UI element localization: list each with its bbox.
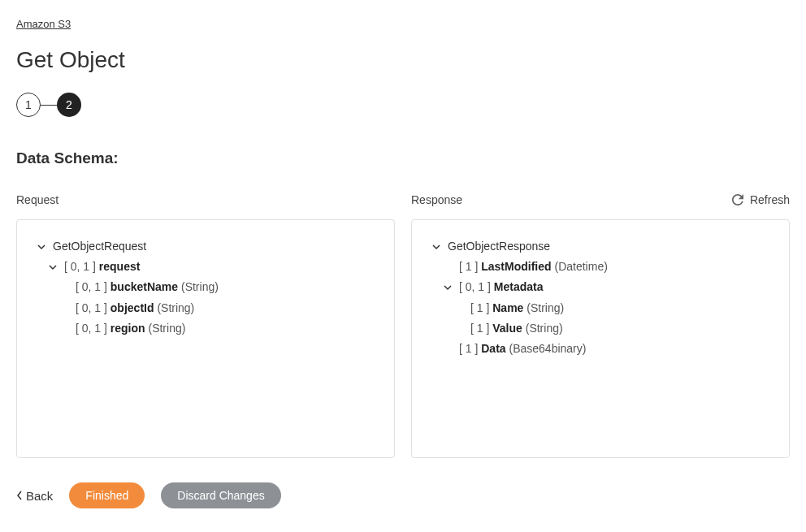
response-root: GetObjectResponse [448,236,550,257]
bucketname-field-type: (String) [181,280,219,293]
section-title: Data Schema: [16,149,790,167]
chevron-left-icon [16,489,23,503]
stepper: 1 2 [16,93,790,117]
discard-changes-button[interactable]: Discard Changes [161,482,280,508]
refresh-label: Refresh [750,193,790,206]
back-button[interactable]: Back [16,489,53,503]
mdvalue-cardinality: [ 1 ] [470,322,489,335]
mdname-cardinality: [ 1 ] [470,301,489,314]
mdvalue-field-type: (String) [526,322,563,335]
request-column: Request GetObjectRequest [ 0, 1 [16,192,395,458]
response-column: Response Refresh GetObjectResponse [411,192,790,458]
back-label: Back [26,489,53,503]
mdname-field-type: (String) [526,301,564,314]
mdname-field-name: Name [492,301,523,314]
step-connector [41,105,57,106]
chevron-down-icon[interactable] [431,242,441,252]
refresh-button[interactable]: Refresh [732,193,790,206]
lastmodified-cardinality: [ 1 ] [459,260,478,273]
finished-button[interactable]: Finished [69,482,145,508]
chevron-down-icon[interactable] [37,242,46,252]
objectid-cardinality: [ 0, 1 ] [76,301,107,314]
metadata-cardinality: [ 0, 1 ] [459,280,491,293]
data-cardinality: [ 1 ] [459,342,478,355]
step-1[interactable]: 1 [16,93,41,117]
bucketname-field-name: bucketName [110,280,178,293]
chevron-down-icon[interactable] [443,283,453,292]
mdvalue-field-name: Value [492,322,522,335]
region-field-name: region [110,322,145,335]
request-schema-box: GetObjectRequest [ 0, 1 ] request [16,219,395,458]
response-schema-box: GetObjectResponse [ 1 ] LastModified (Da… [411,219,790,458]
data-field-type: (Base64binary) [509,342,587,355]
region-field-type: (String) [148,322,185,335]
metadata-field-name: Metadata [494,280,544,293]
lastmodified-field-name: LastModified [481,260,551,273]
page-title: Get Object [16,47,790,73]
bucketname-cardinality: [ 0, 1 ] [76,280,107,293]
objectid-field-name: objectId [110,301,154,314]
request-cardinality: [ 0, 1 ] [64,260,96,273]
lastmodified-field-type: (Datetime) [554,260,607,273]
response-label: Response [411,193,462,206]
region-cardinality: [ 0, 1 ] [76,322,107,335]
request-root: GetObjectRequest [53,236,146,257]
request-label: Request [16,193,58,206]
refresh-icon [732,194,743,205]
data-field-name: Data [481,342,505,355]
step-2[interactable]: 2 [57,93,81,117]
objectid-field-type: (String) [157,301,194,314]
chevron-down-icon[interactable] [48,262,58,272]
breadcrumb-parent-link[interactable]: Amazon S3 [16,18,71,30]
request-field-name: request [99,260,141,273]
